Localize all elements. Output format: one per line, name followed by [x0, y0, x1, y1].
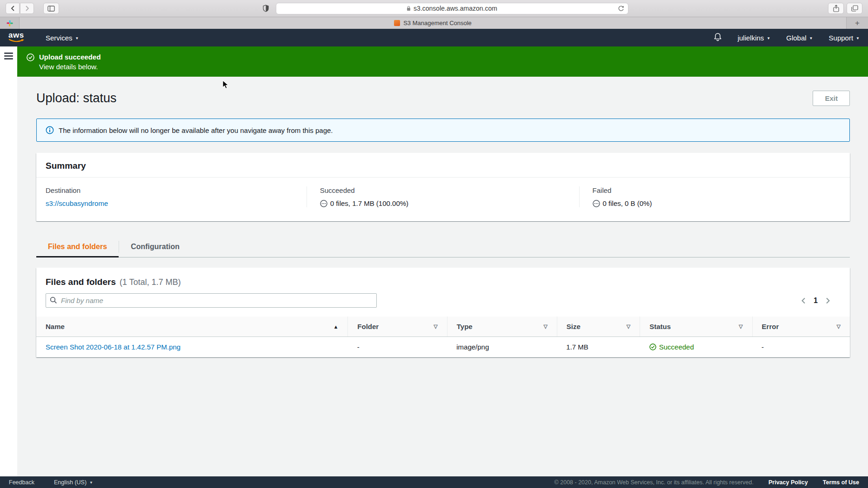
- filter-icon[interactable]: ▽: [739, 323, 742, 330]
- new-tab-button[interactable]: +: [847, 17, 868, 29]
- info-alert-text: The information below will no longer be …: [59, 126, 333, 134]
- files-heading: Files and folders: [46, 277, 116, 287]
- ellipsis-circle-icon: [320, 200, 327, 207]
- region-label: Global: [786, 34, 806, 42]
- info-alert: The information below will no longer be …: [36, 119, 850, 142]
- privacy-shield-button[interactable]: [259, 3, 273, 14]
- chevron-down-icon: ▼: [75, 36, 79, 40]
- filter-icon[interactable]: ▽: [434, 323, 437, 330]
- summary-destination: Destination s3://scubasyndrome: [36, 186, 307, 207]
- chevron-down-icon: ▼: [856, 36, 860, 40]
- account-menu[interactable]: julielkins ▼: [738, 34, 771, 42]
- table-header-row: Name▲ Folder▽ Type▽ Size▽ Status▽: [36, 317, 850, 337]
- column-header-status[interactable]: Status▽: [640, 317, 752, 337]
- sidebar-icon: [47, 6, 55, 12]
- chevron-left-icon: [11, 6, 15, 11]
- aws-smile-icon: [9, 39, 25, 43]
- succeeded-value: 0 files, 1.7 MB (100.00%): [330, 199, 408, 207]
- filter-icon[interactable]: ▽: [543, 323, 547, 330]
- summary-succeeded: Succeeded 0 files, 1.7 MB (100.00%): [307, 186, 579, 207]
- browser-forward-button[interactable]: [20, 3, 34, 14]
- page-title: Upload: status: [36, 91, 117, 106]
- tab-overview-button[interactable]: [847, 3, 862, 14]
- account-username: julielkins: [738, 34, 764, 42]
- terms-of-use-link[interactable]: Terms of Use: [823, 479, 859, 486]
- sidebar-toggle-button[interactable]: [43, 3, 59, 14]
- copyright-text: © 2008 - 2020, Amazon Web Services, Inc.…: [554, 479, 754, 486]
- main-content: Upload: status Exit The information belo…: [17, 91, 868, 357]
- bell-icon: [714, 33, 722, 41]
- left-rail: [0, 46, 17, 476]
- check-circle-icon: [27, 53, 34, 77]
- file-name-link[interactable]: Screen Shot 2020-06-18 at 1.42.57 PM.png: [46, 343, 180, 351]
- summary-card: Summary Destination s3://scubasyndrome S…: [36, 153, 850, 221]
- column-header-type[interactable]: Type▽: [447, 317, 557, 337]
- ellipsis-circle-icon: [593, 200, 600, 207]
- filter-icon[interactable]: ▽: [627, 323, 630, 330]
- address-bar[interactable]: s3.console.aws.amazon.com: [276, 3, 628, 14]
- slack-icon: [7, 20, 13, 26]
- search-input[interactable]: [46, 293, 377, 308]
- file-type-cell: image/png: [447, 337, 557, 357]
- services-menu[interactable]: Services ▼: [46, 34, 79, 42]
- reload-icon: [618, 5, 624, 12]
- support-menu[interactable]: Support ▼: [829, 34, 860, 42]
- hamburger-menu-button[interactable]: [4, 53, 13, 59]
- next-page-button[interactable]: [826, 297, 830, 304]
- column-header-folder[interactable]: Folder▽: [348, 317, 447, 337]
- failed-label: Failed: [593, 186, 837, 194]
- browser-tab-s3-console[interactable]: S3 Management Console: [20, 17, 847, 29]
- check-circle-icon: [649, 343, 656, 350]
- share-icon: [833, 5, 839, 12]
- browser-tab-bar: S3 Management Console +: [0, 17, 868, 29]
- file-error-cell: -: [752, 337, 850, 357]
- current-page-number[interactable]: 1: [814, 297, 818, 305]
- lock-icon: [407, 6, 411, 11]
- mouse-cursor: [222, 80, 229, 90]
- banner-title: Upload succeeded: [39, 52, 101, 62]
- destination-bucket-link[interactable]: s3://scubasyndrome: [46, 199, 108, 207]
- filter-icon[interactable]: ▽: [837, 323, 841, 330]
- browser-back-button[interactable]: [6, 3, 20, 14]
- table-row: Screen Shot 2020-06-18 at 1.42.57 PM.png…: [36, 337, 850, 357]
- detail-tabs: Files and folders Configuration: [36, 236, 850, 257]
- files-count: (1 Total, 1.7 MB): [120, 277, 181, 287]
- language-label: English (US): [54, 479, 87, 486]
- column-header-size[interactable]: Size▽: [557, 317, 640, 337]
- reload-button[interactable]: [618, 5, 624, 13]
- support-label: Support: [829, 34, 854, 42]
- succeeded-label: Succeeded: [320, 186, 566, 194]
- banner-subtitle: View details below.: [39, 62, 101, 72]
- tab-files-and-folders[interactable]: Files and folders: [36, 236, 119, 257]
- tab-configuration[interactable]: Configuration: [119, 236, 191, 257]
- language-selector[interactable]: English (US) ▼: [54, 479, 93, 486]
- chevron-down-icon: ▼: [809, 36, 813, 40]
- feedback-button[interactable]: Feedback: [9, 479, 34, 486]
- previous-page-button[interactable]: [801, 297, 806, 304]
- s3-favicon: [394, 20, 400, 26]
- shield-icon: [263, 5, 269, 12]
- summary-failed: Failed 0 files, 0 B (0%): [579, 186, 850, 207]
- browser-toolbar: s3.console.aws.amazon.com: [0, 0, 868, 17]
- pinned-tab-slack[interactable]: [0, 17, 20, 29]
- region-menu[interactable]: Global ▼: [786, 34, 813, 42]
- services-label: Services: [46, 34, 73, 42]
- column-header-error[interactable]: Error▽: [752, 317, 850, 337]
- url-text: s3.console.aws.amazon.com: [414, 5, 497, 12]
- file-size-cell: 1.7 MB: [557, 337, 640, 357]
- tabs-icon: [851, 5, 858, 12]
- sort-ascending-icon: ▲: [333, 324, 338, 330]
- column-header-name[interactable]: Name▲: [36, 317, 348, 337]
- privacy-policy-link[interactable]: Privacy Policy: [768, 479, 808, 486]
- file-folder-cell: -: [348, 337, 447, 357]
- search-icon: [50, 297, 57, 306]
- exit-button[interactable]: Exit: [813, 91, 850, 106]
- chevron-down-icon: ▼: [767, 36, 770, 40]
- status-badge: Succeeded: [649, 343, 743, 351]
- notifications-bell-button[interactable]: [714, 33, 722, 43]
- chevron-down-icon: ▼: [89, 481, 93, 485]
- info-icon: [46, 126, 54, 134]
- aws-logo[interactable]: aws: [8, 32, 26, 44]
- upload-success-banner: Upload succeeded View details below.: [17, 46, 868, 77]
- share-button[interactable]: [828, 3, 844, 14]
